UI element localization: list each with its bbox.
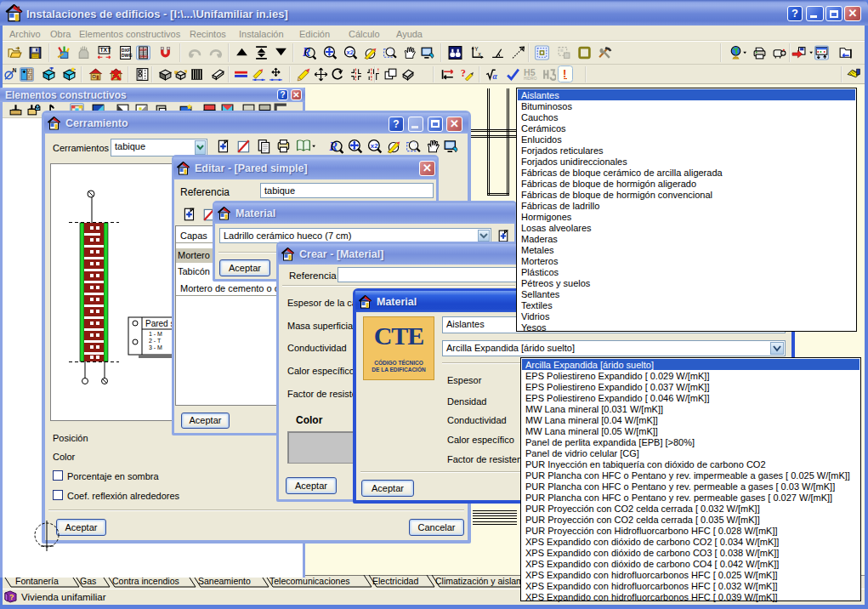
svg-text:?: ? <box>9 593 14 601</box>
svg-text:1 - M: 1 - M <box>149 331 162 337</box>
svg-text:2 - T: 2 - T <box>149 338 162 344</box>
svg-text:x2: x2 <box>347 48 354 56</box>
svg-text:Electricidad: Electricidad <box>372 576 418 586</box>
svg-text:DWG: DWG <box>139 54 149 59</box>
svg-text:Climatización y aislami: Climatización y aislami <box>435 576 525 586</box>
svg-text:x: x <box>479 51 482 57</box>
svg-text:Pared s: Pared s <box>145 319 174 328</box>
svg-text:N: N <box>13 67 17 73</box>
svg-text:HIDRO: HIDRO <box>524 77 537 81</box>
svg-text:TXT: TXT <box>99 47 111 53</box>
svg-text:H5: H5 <box>524 67 536 77</box>
svg-text:!: ! <box>563 67 566 80</box>
svg-text:α: α <box>493 71 498 81</box>
svg-text:DXF: DXF <box>122 48 131 53</box>
svg-text:3 - M: 3 - M <box>149 344 162 350</box>
svg-text:x2: x2 <box>371 142 378 150</box>
svg-text:DXF: DXF <box>139 48 147 52</box>
svg-text:?: ? <box>461 68 466 79</box>
svg-text:DWG: DWG <box>122 53 133 58</box>
